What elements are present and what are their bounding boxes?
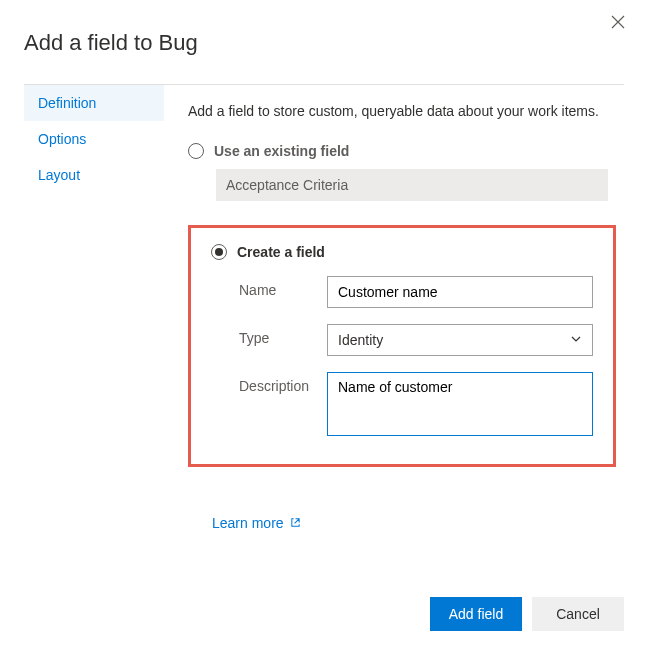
name-input[interactable] xyxy=(327,276,593,308)
learn-more-link[interactable]: Learn more xyxy=(212,515,301,531)
close-button[interactable] xyxy=(606,12,630,36)
create-field-section: Create a field Name Type Identity xyxy=(188,225,616,467)
description-label: Description xyxy=(239,372,327,394)
description-input[interactable] xyxy=(327,372,593,436)
option-create-label: Create a field xyxy=(237,244,325,260)
existing-field-select[interactable]: Acceptance Criteria xyxy=(216,169,608,201)
external-link-icon xyxy=(290,517,301,530)
option-create[interactable]: Create a field xyxy=(211,244,593,260)
add-field-button[interactable]: Add field xyxy=(430,597,522,631)
chevron-down-icon xyxy=(570,333,582,348)
option-existing-label: Use an existing field xyxy=(214,143,349,159)
radio-create[interactable] xyxy=(211,244,227,260)
type-select[interactable]: Identity xyxy=(327,324,593,356)
cancel-button[interactable]: Cancel xyxy=(532,597,624,631)
type-label: Type xyxy=(239,324,327,346)
radio-existing[interactable] xyxy=(188,143,204,159)
close-icon xyxy=(611,15,625,33)
sidebar-item-options[interactable]: Options xyxy=(24,121,164,157)
type-value: Identity xyxy=(338,332,383,348)
learn-more-label: Learn more xyxy=(212,515,284,531)
intro-text: Add a field to store custom, queryable d… xyxy=(188,103,624,119)
add-field-dialog: Add a field to Bug Definition Options La… xyxy=(0,0,648,655)
dialog-footer: Add field Cancel xyxy=(430,597,624,631)
sidebar-item-definition[interactable]: Definition xyxy=(24,85,164,121)
option-existing[interactable]: Use an existing field xyxy=(188,143,624,159)
main-panel: Add a field to store custom, queryable d… xyxy=(164,85,624,531)
sidebar-item-layout[interactable]: Layout xyxy=(24,157,164,193)
name-label: Name xyxy=(239,276,327,298)
dialog-title: Add a field to Bug xyxy=(24,30,624,56)
existing-field-value: Acceptance Criteria xyxy=(226,177,348,193)
sidebar: Definition Options Layout xyxy=(24,85,164,193)
